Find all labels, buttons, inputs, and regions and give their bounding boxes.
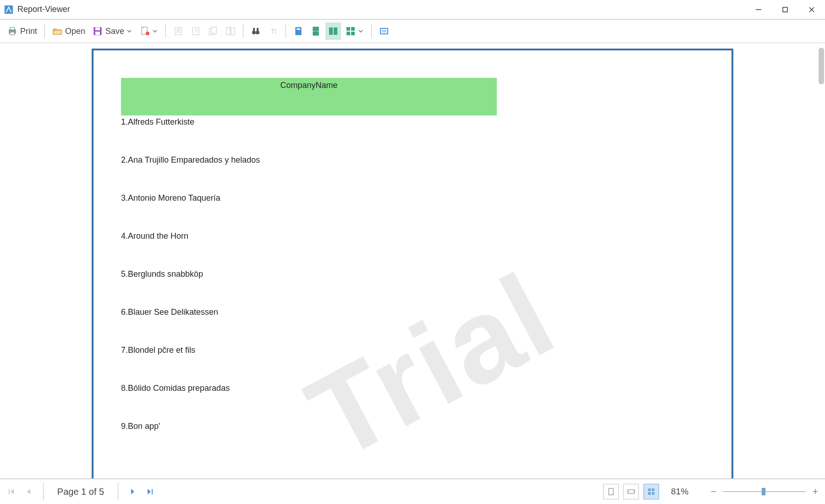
open-icon xyxy=(52,26,62,36)
svg-rect-22 xyxy=(231,27,235,35)
zoom-whole-page-button[interactable] xyxy=(603,484,619,499)
svg-rect-10 xyxy=(95,32,100,35)
separator xyxy=(118,483,118,500)
copy-button xyxy=(205,22,221,40)
svg-rect-32 xyxy=(313,32,319,35)
zoom-slider[interactable] xyxy=(723,486,806,497)
last-page-button[interactable] xyxy=(143,485,157,499)
window-title: Report-Viewer xyxy=(17,5,745,14)
save-icon xyxy=(93,26,103,36)
separator xyxy=(286,24,286,38)
statusbar: Page 1 of 5 81% − + xyxy=(0,478,825,504)
svg-text:T: T xyxy=(271,27,275,35)
svg-rect-50 xyxy=(652,492,654,495)
svg-rect-20 xyxy=(211,27,216,33)
svg-point-23 xyxy=(252,31,256,34)
zoom-in-button[interactable]: + xyxy=(810,486,820,498)
svg-rect-33 xyxy=(329,27,333,35)
svg-rect-38 xyxy=(351,32,355,35)
svg-rect-47 xyxy=(648,488,651,491)
separator xyxy=(43,483,44,500)
svg-rect-6 xyxy=(10,27,15,30)
report-viewport[interactable]: Trial CompanyName 1.Alfreds Futterkiste … xyxy=(0,43,825,478)
page-setup-button[interactable] xyxy=(137,22,161,40)
report-row: 7.Blondel pčre et fils xyxy=(121,345,704,355)
report-rows: 1.Alfreds Futterkiste 2.Ana Trujillo Emp… xyxy=(121,117,704,431)
svg-text:?: ? xyxy=(194,28,197,34)
outline-icon xyxy=(173,26,183,36)
print-button[interactable]: Print xyxy=(5,22,40,40)
prev-page-button[interactable] xyxy=(22,485,36,499)
save-label: Save xyxy=(105,27,124,36)
svg-rect-36 xyxy=(351,27,355,31)
svg-rect-9 xyxy=(95,27,100,30)
svg-rect-31 xyxy=(313,27,319,31)
page-nav xyxy=(5,485,36,499)
report-row: 3.Antonio Moreno Taquería xyxy=(121,193,704,203)
report-row: 1.Alfreds Futterkiste xyxy=(121,117,704,127)
svg-rect-40 xyxy=(382,30,386,33)
zoom-out-button[interactable]: − xyxy=(709,486,719,498)
two-page-icon xyxy=(226,26,236,36)
vertical-scrollbar[interactable] xyxy=(819,48,824,84)
fullscreen-button[interactable] xyxy=(376,22,392,40)
page-nav-next xyxy=(126,485,157,499)
svg-rect-43 xyxy=(609,488,613,495)
report-row: 6.Blauer See Delikatessen xyxy=(121,307,704,317)
separator xyxy=(243,24,243,38)
text-select-button: T xyxy=(265,22,281,40)
svg-rect-48 xyxy=(652,488,654,491)
svg-point-12 xyxy=(146,32,149,35)
report-row: 2.Ana Trujillo Emparedados y helados xyxy=(121,155,704,165)
chevron-down-icon xyxy=(126,28,132,34)
toolbar: Print Open Save ? xyxy=(0,19,825,43)
multipage-view-button[interactable] xyxy=(325,22,341,40)
grid-view-button[interactable] xyxy=(343,22,367,40)
zoom-page-width-button[interactable] xyxy=(623,484,639,499)
single-page-view-button[interactable] xyxy=(291,22,306,40)
parameters-icon: ? xyxy=(191,26,201,36)
print-icon xyxy=(7,26,17,36)
maximize-button[interactable] xyxy=(772,0,798,19)
zoom-multipage-button[interactable] xyxy=(644,484,659,499)
minimize-button[interactable] xyxy=(745,0,772,19)
find-button[interactable] xyxy=(248,22,264,40)
grid-icon xyxy=(346,26,356,36)
binoculars-icon xyxy=(251,26,261,36)
report-row: 5.Berglunds snabbköp xyxy=(121,269,704,279)
page-info: Page 1 of 5 xyxy=(51,487,110,497)
continuous-icon xyxy=(311,26,321,36)
window-controls xyxy=(745,0,825,19)
svg-rect-30 xyxy=(297,28,300,30)
titlebar: Report-Viewer xyxy=(0,0,825,19)
page-setup-icon xyxy=(140,26,150,36)
first-page-button[interactable] xyxy=(5,485,18,499)
report-row: 9.Bon app' xyxy=(121,422,704,431)
svg-rect-44 xyxy=(628,490,634,493)
copy-icon xyxy=(208,26,218,36)
svg-rect-13 xyxy=(175,27,182,35)
separator xyxy=(44,24,45,38)
chevron-down-icon xyxy=(358,28,364,34)
svg-rect-7 xyxy=(10,32,15,35)
svg-rect-34 xyxy=(334,27,337,35)
svg-point-24 xyxy=(256,31,259,34)
open-button[interactable]: Open xyxy=(50,22,88,40)
save-button[interactable]: Save xyxy=(90,22,135,40)
separator xyxy=(371,24,372,38)
report-row: 4.Around the Horn xyxy=(121,231,704,241)
report-row: 8.Bólido Comidas preparadas xyxy=(121,383,704,393)
app-icon xyxy=(4,5,14,15)
continuous-view-button[interactable] xyxy=(308,22,324,40)
open-label: Open xyxy=(65,27,85,36)
outline-button xyxy=(170,22,186,40)
next-page-button[interactable] xyxy=(126,485,139,499)
svg-rect-25 xyxy=(253,28,255,31)
svg-rect-49 xyxy=(648,492,651,495)
multipage-icon xyxy=(328,26,338,36)
zoom-controls: 81% − + xyxy=(603,484,820,499)
print-label: Print xyxy=(20,27,37,36)
parameters-button: ? xyxy=(188,22,204,40)
close-button[interactable] xyxy=(798,0,825,19)
two-page-button xyxy=(223,22,238,40)
